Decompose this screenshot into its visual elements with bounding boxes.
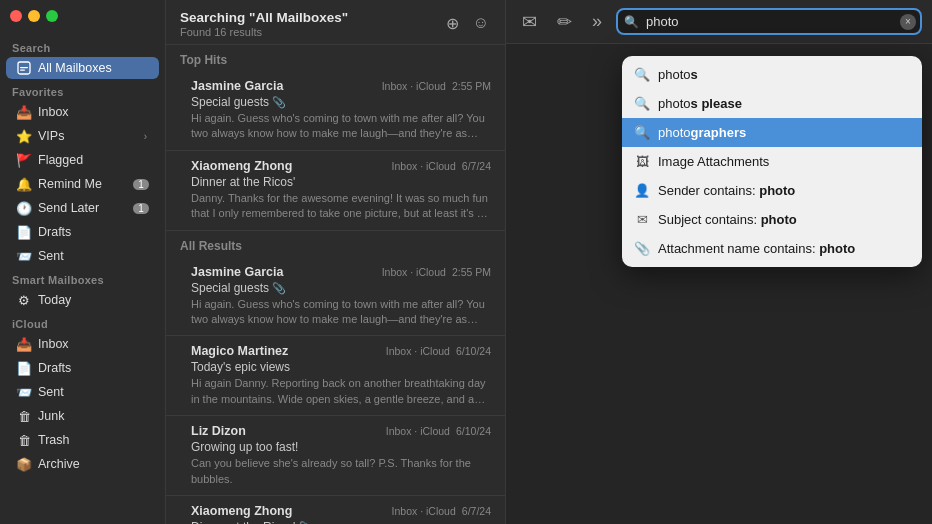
message-sender: Magico Martinez <box>191 344 288 358</box>
sidebar-item-today[interactable]: ⚙ Today <box>6 289 159 311</box>
autocomplete-item-image-attachments[interactable]: 🖼 Image Attachments <box>622 147 922 176</box>
attachment-icon: 📎 <box>272 282 286 294</box>
icloud-drafts-icon: 📄 <box>16 360 32 376</box>
message-subject: Growing up too fast! <box>180 440 491 454</box>
close-button[interactable] <box>10 10 22 22</box>
preview-toolbar: ✉ ✏ » 🔍 × 🔍 photos 🔍 photos please 🔍 pho… <box>506 0 932 44</box>
message-meta: Inbox · iCloud 2:55 PM <box>382 266 491 278</box>
search-section-label: Search <box>0 36 165 56</box>
flagged-icon: 🚩 <box>16 152 32 168</box>
vips-chevron: › <box>144 131 147 142</box>
sidebar-item-icloud-archive[interactable]: 📦 Archive <box>6 453 159 475</box>
message-time: 2:55 PM <box>452 266 491 278</box>
autocomplete-item-photographers[interactable]: 🔍 photographers <box>622 118 922 147</box>
autocomplete-dropdown: 🔍 photos 🔍 photos please 🔍 photographers… <box>622 56 922 267</box>
message-preview: Can you believe she's already so tall? P… <box>180 456 491 487</box>
unread-dot <box>180 428 187 435</box>
autocomplete-item-photos-please[interactable]: 🔍 photos please <box>622 89 922 118</box>
message-preview: Danny. Thanks for the awesome evening! I… <box>180 191 491 222</box>
message-subject: Dinner at the Ricos' <box>180 175 491 189</box>
message-item[interactable]: Jasmine Garcia Inbox · iCloud 2:55 PM Sp… <box>166 71 505 151</box>
remind-me-badge: 1 <box>133 179 149 190</box>
drafts-icon: 📄 <box>16 224 32 240</box>
message-sender: Xiaomeng Zhong <box>191 504 292 518</box>
autocomplete-text: Subject contains: photo <box>658 212 797 227</box>
message-time: 2:55 PM <box>452 80 491 92</box>
autocomplete-text: photos <box>658 67 698 82</box>
unread-dot <box>180 83 187 90</box>
sender-icon: 👤 <box>634 183 650 198</box>
sidebar-item-vips[interactable]: ⭐ VIPs › <box>6 125 159 147</box>
sidebar-item-icloud-junk[interactable]: 🗑 Junk <box>6 405 159 427</box>
more-icon-button[interactable]: » <box>586 7 608 36</box>
mail-icon-button[interactable]: ✉ <box>516 7 543 37</box>
sent-icon: 📨 <box>16 248 32 264</box>
message-subject: Special guests 📎 <box>180 281 491 295</box>
message-location: Inbox · iCloud <box>382 80 446 92</box>
sender-row: Liz Dizon <box>180 424 246 438</box>
sidebar-item-icloud-drafts[interactable]: 📄 Drafts <box>6 357 159 379</box>
image-attachments-icon: 🖼 <box>634 154 650 169</box>
sidebar-item-send-later[interactable]: 🕐 Send Later 1 <box>6 197 159 219</box>
icloud-inbox-icon: 📥 <box>16 336 32 352</box>
send-later-icon: 🕐 <box>16 200 32 216</box>
search-subtitle: Found 16 results <box>180 26 348 38</box>
emoji-button[interactable]: ☺ <box>471 12 491 35</box>
remind-me-icon: 🔔 <box>16 176 32 192</box>
message-header: Xiaomeng Zhong Inbox · iCloud 6/7/24 <box>180 504 491 518</box>
sidebar-item-remind-me[interactable]: 🔔 Remind Me 1 <box>6 173 159 195</box>
message-item[interactable]: Xiaomeng Zhong Inbox · iCloud 6/7/24 Din… <box>166 496 505 524</box>
message-meta: Inbox · iCloud 6/10/24 <box>386 345 491 357</box>
attachment-icon: 📎 <box>272 96 286 108</box>
sidebar-item-sent[interactable]: 📨 Sent <box>6 245 159 267</box>
sidebar-item-icloud-trash[interactable]: 🗑 Trash <box>6 429 159 451</box>
smart-mailboxes-label: Smart Mailboxes <box>0 268 165 288</box>
all-mailboxes-label: All Mailboxes <box>38 61 149 75</box>
add-button[interactable]: ⊕ <box>444 12 461 35</box>
sidebar-item-flagged[interactable]: 🚩 Flagged <box>6 149 159 171</box>
sender-row: Xiaomeng Zhong <box>180 504 292 518</box>
icloud-sent-icon: 📨 <box>16 384 32 400</box>
search-clear-button[interactable]: × <box>900 14 916 30</box>
message-meta: Inbox · iCloud 6/7/24 <box>392 505 491 517</box>
search-suggestion-icon: 🔍 <box>634 125 650 140</box>
message-location: Inbox · iCloud <box>386 345 450 357</box>
message-meta: Inbox · iCloud 2:55 PM <box>382 80 491 92</box>
message-list-panel: Searching "All Mailboxes" Found 16 resul… <box>166 0 506 524</box>
sidebar-item-inbox[interactable]: 📥 Inbox <box>6 101 159 123</box>
message-item[interactable]: Magico Martinez Inbox · iCloud 6/10/24 T… <box>166 336 505 416</box>
autocomplete-item-sender-contains[interactable]: 👤 Sender contains: photo <box>622 176 922 205</box>
attachment-name-icon: 📎 <box>634 241 650 256</box>
inbox-icon: 📥 <box>16 104 32 120</box>
message-subject: Dinner at the Ricos' 📎 <box>180 520 491 524</box>
autocomplete-item-photos[interactable]: 🔍 photos <box>622 60 922 89</box>
search-bar-container: 🔍 × 🔍 photos 🔍 photos please 🔍 photograp… <box>616 8 922 35</box>
sidebar-item-all-mailboxes[interactable]: All Mailboxes <box>6 57 159 79</box>
all-results-label: All Results <box>166 231 505 257</box>
sidebar-item-drafts[interactable]: 📄 Drafts <box>6 221 159 243</box>
send-later-badge: 1 <box>133 203 149 214</box>
compose-icon-button[interactable]: ✏ <box>551 7 578 37</box>
message-time: 6/7/24 <box>462 160 491 172</box>
search-suggestion-icon: 🔍 <box>634 67 650 82</box>
autocomplete-text: Image Attachments <box>658 154 769 169</box>
autocomplete-item-attachment-contains[interactable]: 📎 Attachment name contains: photo <box>622 234 922 263</box>
minimize-button[interactable] <box>28 10 40 22</box>
unread-dot <box>180 507 187 514</box>
autocomplete-item-subject-contains[interactable]: ✉ Subject contains: photo <box>622 205 922 234</box>
sidebar: Search All Mailboxes Favorites 📥 Inbox ⭐… <box>0 0 166 524</box>
vips-icon: ⭐ <box>16 128 32 144</box>
search-input[interactable] <box>616 8 922 35</box>
main-header: Searching "All Mailboxes" Found 16 resul… <box>166 0 505 45</box>
svg-rect-2 <box>20 70 25 71</box>
message-header: Jasmine Garcia Inbox · iCloud 2:55 PM <box>180 79 491 93</box>
autocomplete-text: photographers <box>658 125 746 140</box>
message-item[interactable]: Jasmine Garcia Inbox · iCloud 2:55 PM Sp… <box>166 257 505 337</box>
message-item[interactable]: Xiaomeng Zhong Inbox · iCloud 6/7/24 Din… <box>166 151 505 231</box>
fullscreen-button[interactable] <box>46 10 58 22</box>
sidebar-item-icloud-sent[interactable]: 📨 Sent <box>6 381 159 403</box>
message-preview: Hi again. Guess who's coming to town wit… <box>180 297 491 328</box>
top-hits-label: Top Hits <box>166 45 505 71</box>
message-item[interactable]: Liz Dizon Inbox · iCloud 6/10/24 Growing… <box>166 416 505 496</box>
sidebar-item-icloud-inbox[interactable]: 📥 Inbox <box>6 333 159 355</box>
